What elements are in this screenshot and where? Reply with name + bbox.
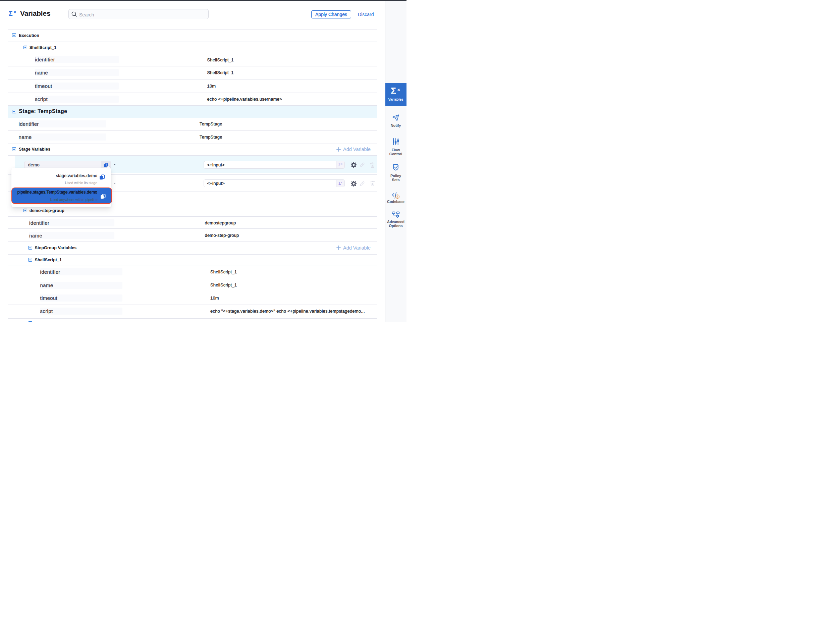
svg-text:✕: ✕ <box>397 88 400 92</box>
svg-text:✕: ✕ <box>14 10 17 14</box>
svg-text:Σ: Σ <box>9 10 13 17</box>
svg-text:Σ: Σ <box>391 87 396 95</box>
